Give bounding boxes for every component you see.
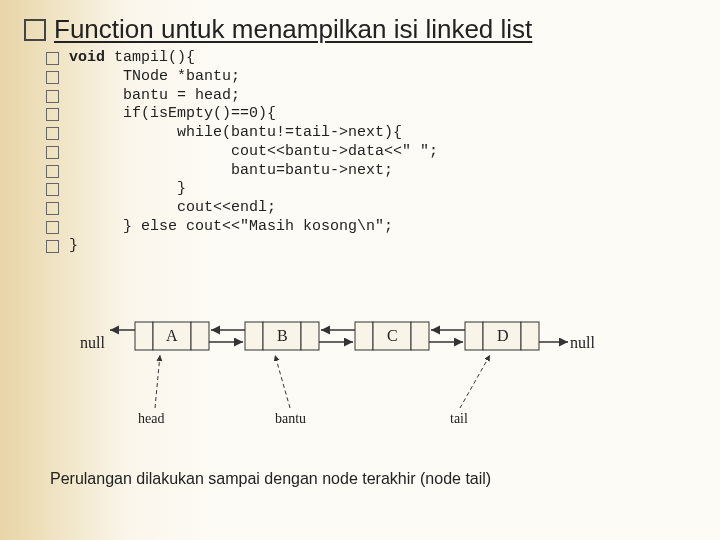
svg-rect-2 xyxy=(191,322,209,350)
diagram-caption: Perulangan dilakukan sampai dengan node … xyxy=(50,470,660,488)
code-text: void tampil(){ xyxy=(69,49,195,68)
svg-rect-6 xyxy=(355,322,373,350)
code-line: if(isEmpty()==0){ xyxy=(46,105,696,124)
null-right-label: null xyxy=(570,334,595,351)
code-bullet-square xyxy=(46,146,59,159)
code-text: } xyxy=(69,180,186,199)
svg-rect-8 xyxy=(411,322,429,350)
svg-rect-0 xyxy=(135,322,153,350)
node-d-label: D xyxy=(497,327,509,344)
code-bullet-square xyxy=(46,71,59,84)
code-text: } xyxy=(69,237,78,256)
code-line: bantu=bantu->next; xyxy=(46,162,696,181)
code-bullet-square xyxy=(46,127,59,140)
code-line: bantu = head; xyxy=(46,87,696,106)
slide-title-row: Function untuk menampilkan isi linked li… xyxy=(24,14,696,45)
code-text: TNode *bantu; xyxy=(69,68,240,87)
node-d: D xyxy=(465,322,539,350)
code-block: void tampil(){ TNode *bantu; bantu = hea… xyxy=(46,49,696,255)
node-a: A xyxy=(135,322,209,350)
code-line: void tampil(){ xyxy=(46,49,696,68)
code-line: } else cout<<"Masih kosong\n"; xyxy=(46,218,696,237)
svg-rect-5 xyxy=(301,322,319,350)
null-left-label: null xyxy=(80,334,105,351)
code-text: while(bantu!=tail->next){ xyxy=(69,124,402,143)
node-c: C xyxy=(355,322,429,350)
node-b-label: B xyxy=(277,327,288,344)
code-bullet-square xyxy=(46,165,59,178)
slide-title: Function untuk menampilkan isi linked li… xyxy=(54,14,532,45)
node-a-label: A xyxy=(166,327,178,344)
code-bullet-square xyxy=(46,90,59,103)
code-bullet-square xyxy=(46,52,59,65)
code-text: cout<<bantu->data<<" "; xyxy=(69,143,438,162)
code-bullet-square xyxy=(46,240,59,253)
svg-rect-3 xyxy=(245,322,263,350)
node-c-label: C xyxy=(387,327,398,344)
code-bullet-square xyxy=(46,108,59,121)
code-line: } xyxy=(46,180,696,199)
code-text: cout<<endl; xyxy=(69,199,276,218)
code-bullet-square xyxy=(46,183,59,196)
code-bullet-square xyxy=(46,202,59,215)
code-text: bantu=bantu->next; xyxy=(69,162,393,181)
code-line: cout<<endl; xyxy=(46,199,696,218)
linked-list-diagram: null A B C D null xyxy=(80,300,660,510)
code-bullet-square xyxy=(46,221,59,234)
svg-rect-11 xyxy=(521,322,539,350)
code-line: } xyxy=(46,237,696,256)
head-label: head xyxy=(138,411,164,426)
code-line: cout<<bantu->data<<" "; xyxy=(46,143,696,162)
code-line: TNode *bantu; xyxy=(46,68,696,87)
title-bullet-square xyxy=(24,19,46,41)
bantu-label: bantu xyxy=(275,411,306,426)
code-text: bantu = head; xyxy=(69,87,240,106)
code-text: } else cout<<"Masih kosong\n"; xyxy=(69,218,393,237)
node-b: B xyxy=(245,322,319,350)
tail-label: tail xyxy=(450,411,468,426)
code-text: if(isEmpty()==0){ xyxy=(69,105,276,124)
code-line: while(bantu!=tail->next){ xyxy=(46,124,696,143)
svg-rect-9 xyxy=(465,322,483,350)
